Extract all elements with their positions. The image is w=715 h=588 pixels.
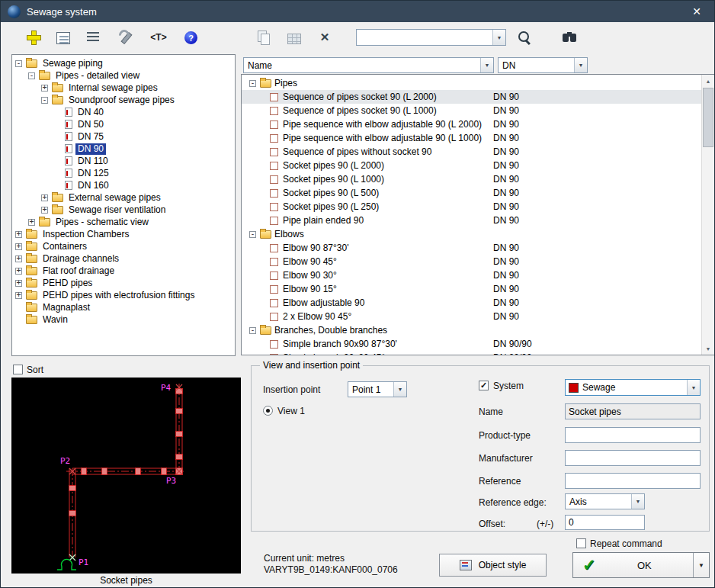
view1-radio[interactable] [263, 406, 273, 416]
name-filter-combo[interactable]: Name ▼ [243, 57, 494, 73]
tree-item[interactable]: DN 90 [12, 143, 235, 155]
list-item-row[interactable]: Elbow 90 30°DN 90 [242, 268, 701, 282]
expand-icon[interactable]: + [41, 194, 48, 201]
list-group-row[interactable]: -Pipes [242, 76, 701, 90]
expand-icon[interactable]: + [15, 243, 22, 250]
chevron-down-icon[interactable]: ▼ [631, 494, 644, 509]
tree-panel[interactable]: -Sewage piping-Pipes - detailed view+Int… [11, 54, 236, 356]
chevron-down-icon[interactable]: ▼ [393, 382, 406, 397]
list-item-row[interactable]: Socket pipes 90 (L 2000)DN 90 [242, 159, 701, 172]
copy-icon[interactable] [256, 30, 271, 45]
chevron-down-icon[interactable]: ▼ [687, 380, 700, 395]
tree-item[interactable]: -Sewage piping [12, 57, 235, 69]
expand-icon[interactable]: + [28, 219, 35, 226]
product-type-input[interactable] [565, 427, 701, 443]
tree-item[interactable]: DN 75 [12, 130, 235, 143]
tree-item[interactable]: -Soundproof sewage pipes [12, 94, 235, 106]
collapse-icon[interactable]: - [41, 97, 48, 104]
list-body[interactable]: -PipesSequence of pipes socket 90 (L 200… [242, 75, 701, 355]
system-combo[interactable]: Sewage ▼ [565, 379, 701, 396]
dn-filter-combo[interactable]: DN ▼ [498, 57, 588, 73]
scroll-thumb[interactable] [703, 88, 713, 147]
insertion-point-combo[interactable]: Point 1 ▼ [348, 381, 407, 397]
tree-item[interactable]: +PEHD pipes with electrofusion fittings [12, 289, 235, 301]
list-item-row[interactable]: Simple branch 90x90 87°30'DN 90/90 [242, 337, 701, 351]
expand-icon[interactable]: + [15, 231, 22, 238]
scroll-down-button[interactable]: ▼ [702, 342, 714, 355]
title-bar[interactable]: Sewage system ✕ [1, 1, 714, 22]
collapse-icon[interactable]: - [28, 72, 35, 79]
tree-item[interactable]: +Containers [12, 240, 235, 252]
list-item-row[interactable]: Sequence of pipes socket 90 (L 1000)DN 9… [242, 104, 701, 117]
properties-icon[interactable] [56, 32, 70, 44]
reference-input[interactable] [565, 473, 701, 489]
tree-item[interactable]: DN 110 [12, 155, 235, 167]
ok-button[interactable]: ✓ OK ▼ [572, 552, 710, 578]
tree-item[interactable]: +Sewage riser ventilation [12, 204, 235, 216]
tree-item[interactable]: +External sewage pipes [12, 191, 235, 204]
list-item-row[interactable]: Elbow 90 45°DN 90 [242, 255, 701, 268]
toolbar-search-combo[interactable]: ▼ [356, 29, 506, 46]
delete-icon[interactable]: ✕ [317, 30, 332, 45]
list-item-row[interactable]: Elbow 90 87°30'DN 90 [242, 241, 701, 255]
tree-item[interactable]: -Pipes - detailed view [12, 69, 235, 82]
tree-item[interactable]: Magnaplast [12, 301, 235, 313]
list-view-icon[interactable] [86, 31, 101, 47]
expand-icon[interactable]: + [15, 292, 22, 299]
search-icon[interactable] [517, 30, 532, 45]
tree-item[interactable]: +Inspection Chambers [12, 228, 235, 240]
chevron-down-icon[interactable]: ▼ [574, 58, 587, 72]
system-checkbox[interactable]: ✓ [479, 381, 489, 390]
add-icon[interactable] [25, 30, 40, 45]
list-item-row[interactable]: 2 x Elbow 90 45°DN 90 [242, 310, 701, 323]
tree-item[interactable]: DN 160 [12, 179, 235, 191]
tree-item[interactable]: +Internal sewage pipes [12, 82, 235, 94]
list-group-row[interactable]: -Elbows [242, 227, 701, 241]
chevron-down-icon[interactable]: ▼ [480, 58, 493, 72]
tools-icon[interactable] [117, 30, 133, 45]
tree-item[interactable]: +PEHD pipes [12, 277, 235, 289]
list-group-row[interactable]: -Branches, Double branches [242, 323, 701, 337]
ok-dropdown-button[interactable]: ▼ [693, 553, 709, 577]
manufacturer-input[interactable] [565, 450, 701, 466]
collapse-icon[interactable]: - [15, 60, 22, 67]
tree-item[interactable]: DN 125 [12, 167, 235, 179]
help-icon[interactable]: ? [184, 31, 197, 44]
list-item-row[interactable]: Pipe sequence with elbow adjustable 90 (… [242, 117, 701, 131]
scroll-up-button[interactable]: ▲ [702, 75, 714, 87]
list-scrollbar[interactable]: ▲ ▼ [701, 75, 714, 355]
collapse-icon[interactable]: - [249, 231, 256, 238]
expand-icon[interactable]: + [15, 268, 22, 275]
list-item-row[interactable]: Socket pipes 90 (L 500)DN 90 [242, 186, 701, 200]
sort-checkbox[interactable] [13, 365, 23, 374]
repeat-command-checkbox[interactable] [576, 538, 586, 548]
list-item-row[interactable]: Elbow adjustable 90DN 90 [242, 296, 701, 310]
tree-item[interactable]: Wavin [12, 313, 235, 326]
name-input[interactable] [565, 403, 701, 419]
list-item-row[interactable]: Simple branch 90x90 45°DN 90/90 [242, 351, 701, 355]
expand-icon[interactable]: + [15, 280, 22, 287]
list-item-row[interactable]: Socket pipes 90 (L 250)DN 90 [242, 200, 701, 214]
expand-icon[interactable]: + [41, 85, 48, 92]
offset-input[interactable] [565, 515, 645, 530]
expand-icon[interactable]: + [15, 255, 22, 262]
tree-item[interactable]: +Flat roof drainage [12, 265, 235, 277]
tree-item[interactable]: +Pipes - schematic view [12, 216, 235, 228]
toolbar-search-input[interactable] [357, 32, 492, 43]
tree-item[interactable]: +Drainage channels [12, 252, 235, 265]
find-icon[interactable] [562, 30, 577, 45]
object-style-button[interactable]: Object style [439, 554, 547, 577]
list-panel[interactable]: -PipesSequence of pipes socket 90 (L 200… [241, 74, 715, 355]
list-item-row[interactable]: Socket pipes 90 (L 1000)DN 90 [242, 172, 701, 186]
collapse-icon[interactable]: - [249, 80, 256, 87]
collapse-icon[interactable]: - [249, 327, 256, 334]
list-item-row[interactable]: Sequence of pipes without socket 90DN 90 [242, 145, 701, 159]
list-item-row[interactable]: Pipe plain ended 90DN 90 [242, 214, 701, 227]
list-item-row[interactable]: Sequence of pipes socket 90 (L 2000)DN 9… [242, 90, 701, 104]
text-tool-icon[interactable]: <T> [149, 30, 168, 45]
list-item-row[interactable]: Pipe sequence with elbow adjustable 90 (… [242, 131, 701, 145]
tree-item[interactable]: DN 40 [12, 106, 235, 118]
expand-icon[interactable]: + [41, 207, 48, 214]
table-icon[interactable] [287, 34, 301, 44]
list-item-row[interactable]: Elbow 90 15°DN 90 [242, 282, 701, 296]
